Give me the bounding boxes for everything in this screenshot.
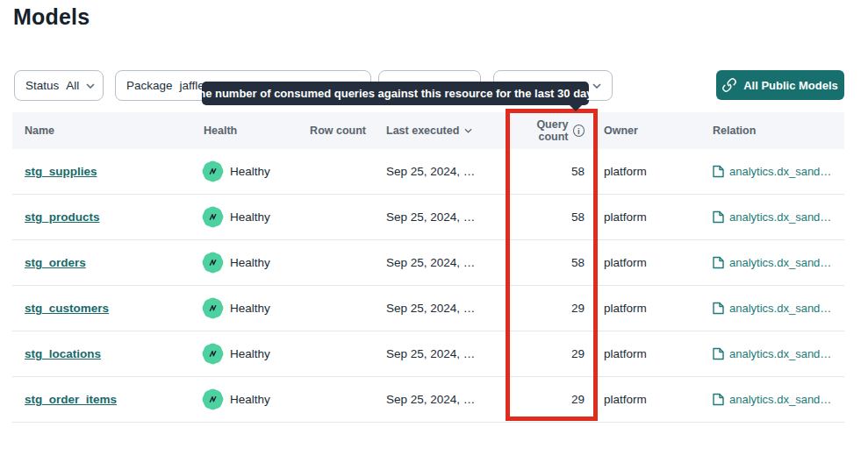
- status-filter-dropdown[interactable]: Status All: [14, 70, 104, 101]
- relation-link[interactable]: analytics.dx_sand…: [713, 393, 831, 406]
- models-table: Name Health Row count Last executed Quer…: [12, 112, 844, 423]
- relation-label: analytics.dx_sand…: [729, 256, 831, 269]
- relation-link[interactable]: analytics.dx_sand…: [713, 210, 831, 224]
- column-header-query-count: Query count i: [506, 118, 597, 143]
- column-header-health: Health: [204, 125, 306, 137]
- last-executed-value: Sep 25, 2024, …: [366, 393, 506, 406]
- column-header-query-count-label: Query count: [506, 118, 569, 143]
- relation-label: analytics.dx_sand…: [729, 393, 831, 406]
- owner-value: platform: [597, 347, 706, 360]
- relation-link[interactable]: analytics.dx_sand…: [713, 165, 831, 178]
- column-header-relation: Relation: [706, 125, 844, 137]
- health-status-label: Healthy: [230, 210, 270, 224]
- healthy-seal-icon: [204, 162, 222, 181]
- document-icon: [713, 210, 724, 224]
- all-public-models-label: All Public Models: [743, 79, 838, 92]
- owner-value: platform: [597, 302, 706, 315]
- document-icon: [713, 165, 724, 178]
- relation-link[interactable]: analytics.dx_sand…: [713, 302, 831, 315]
- document-icon: [713, 347, 724, 360]
- relation-link[interactable]: analytics.dx_sand…: [713, 347, 831, 360]
- tooltip-caret: [569, 104, 583, 111]
- column-header-name: Name: [12, 125, 204, 137]
- chevron-down-icon: [86, 83, 95, 89]
- healthy-seal-icon: [204, 253, 222, 272]
- tooltip-text: The number of consumed queries against t…: [191, 87, 599, 100]
- table-row: stg_products Healthy Sep 25, 2024, … 58 …: [12, 195, 844, 240]
- table-row: stg_order_items Healthy Sep 25, 2024, … …: [12, 377, 844, 423]
- table-body: stg_supplies Healthy Sep 25, 2024, … 58 …: [12, 149, 844, 423]
- owner-value: platform: [597, 210, 706, 224]
- relation-label: analytics.dx_sand…: [729, 347, 831, 360]
- package-filter-label: Package: [126, 79, 173, 92]
- status-filter-value: All: [66, 79, 79, 92]
- document-icon: [713, 256, 724, 269]
- health-status-label: Healthy: [230, 302, 270, 315]
- query-count-tooltip: The number of consumed queries against t…: [202, 82, 589, 105]
- page-title: Models: [13, 4, 90, 30]
- relation-label: analytics.dx_sand…: [729, 165, 831, 178]
- owner-value: platform: [597, 256, 706, 269]
- all-public-models-button[interactable]: All Public Models: [716, 70, 844, 100]
- info-icon[interactable]: i: [573, 125, 585, 137]
- column-header-owner: Owner: [597, 125, 706, 137]
- healthy-seal-icon: [204, 208, 222, 226]
- healthy-seal-icon: [204, 299, 222, 317]
- table-row: stg_locations Healthy Sep 25, 2024, … 29…: [12, 331, 844, 377]
- last-executed-value: Sep 25, 2024, …: [366, 210, 506, 224]
- model-name-link[interactable]: stg_customers: [25, 302, 109, 315]
- last-executed-value: Sep 25, 2024, …: [366, 347, 506, 360]
- document-icon: [713, 393, 724, 406]
- relation-link[interactable]: analytics.dx_sand…: [713, 256, 831, 269]
- model-name-link[interactable]: stg_orders: [25, 256, 86, 269]
- health-status-label: Healthy: [230, 165, 270, 178]
- query-count-value: 29: [506, 302, 597, 315]
- table-row: stg_orders Healthy Sep 25, 2024, … 58 pl…: [12, 240, 844, 286]
- column-header-last-executed-label: Last executed: [386, 125, 459, 137]
- document-icon: [713, 302, 724, 315]
- owner-value: platform: [597, 393, 706, 406]
- healthy-seal-icon: [204, 390, 222, 409]
- model-name-link[interactable]: stg_locations: [25, 347, 101, 360]
- query-count-value: 58: [506, 210, 597, 224]
- health-status-label: Healthy: [230, 347, 270, 360]
- last-executed-value: Sep 25, 2024, …: [366, 302, 506, 315]
- health-status-label: Healthy: [230, 393, 270, 406]
- last-executed-value: Sep 25, 2024, …: [366, 256, 506, 269]
- table-row: stg_customers Healthy Sep 25, 2024, … 29…: [12, 286, 844, 331]
- model-name-link[interactable]: stg_supplies: [25, 165, 97, 178]
- health-status-label: Healthy: [230, 256, 270, 269]
- column-header-last-executed[interactable]: Last executed: [366, 125, 506, 137]
- table-row: stg_supplies Healthy Sep 25, 2024, … 58 …: [12, 149, 844, 195]
- relation-label: analytics.dx_sand…: [729, 302, 831, 315]
- relation-label: analytics.dx_sand…: [729, 210, 831, 224]
- query-count-value: 58: [506, 165, 597, 178]
- healthy-seal-icon: [204, 345, 222, 363]
- query-count-value: 29: [506, 347, 597, 360]
- model-name-link[interactable]: stg_products: [25, 210, 100, 224]
- link-icon: [722, 78, 736, 92]
- column-header-row-count: Row count: [306, 125, 366, 137]
- last-executed-value: Sep 25, 2024, …: [366, 165, 506, 178]
- query-count-value: 29: [506, 393, 597, 406]
- query-count-value: 58: [506, 256, 597, 269]
- sort-chevron-down-icon: [464, 128, 472, 133]
- owner-value: platform: [597, 165, 706, 178]
- table-header-row: Name Health Row count Last executed Quer…: [12, 112, 844, 149]
- model-name-link[interactable]: stg_order_items: [25, 393, 117, 406]
- status-filter-label: Status: [25, 79, 59, 92]
